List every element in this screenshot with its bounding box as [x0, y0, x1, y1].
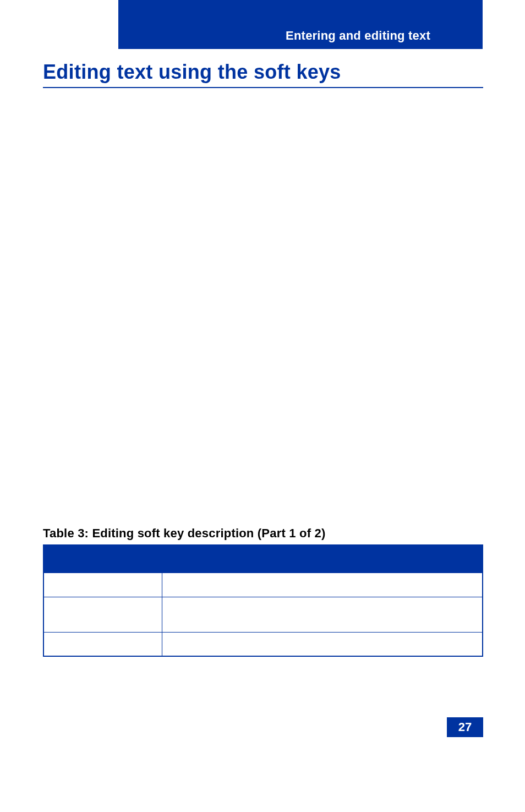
page-number: 27 — [447, 717, 483, 737]
table-header-row — [43, 545, 483, 573]
header-bar: Entering and editing text — [118, 0, 483, 49]
table-row — [43, 632, 483, 656]
table-cell — [43, 573, 162, 597]
table-caption: Table 3: Editing soft key description (P… — [43, 526, 325, 541]
section-heading: Editing text using the soft keys — [43, 61, 483, 88]
document-page: Entering and editing text Editing text u… — [0, 0, 525, 812]
table-header-cell — [43, 545, 162, 573]
table-row — [43, 597, 483, 632]
table-row — [43, 573, 483, 597]
table-cell — [162, 597, 483, 632]
table-header-cell — [162, 545, 483, 573]
breadcrumb: Entering and editing text — [286, 29, 430, 43]
table-cell — [162, 573, 483, 597]
editing-softkey-table — [43, 544, 483, 657]
table-cell — [43, 597, 162, 632]
table-cell — [43, 632, 162, 656]
table-cell — [162, 632, 483, 656]
